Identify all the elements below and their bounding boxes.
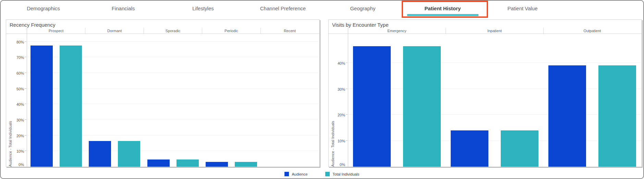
chart-panel-recency-frequency: Recency Frequency Audience - Total Indiv… (6, 20, 320, 167)
tab-label: Channel Preference (260, 5, 306, 11)
legend-swatch-total-individuals (325, 172, 330, 176)
app-window: DemographicsFinancialsLifestylesChannel … (0, 0, 644, 179)
bar-total-individuals-outpatient[interactable] (598, 65, 636, 167)
tab-label: Lifestyles (192, 5, 214, 11)
category-header-recent: Recent (260, 28, 319, 34)
y-axis-label: Audience - Total Individuals (8, 34, 12, 167)
category-header-inpatient: Inpatient (446, 28, 543, 34)
bar-audience-outpatient[interactable] (548, 65, 586, 167)
bar-columns (27, 34, 319, 167)
legend-label: Audience (292, 172, 307, 176)
y-tick-mark (25, 104, 26, 104)
tab-financials[interactable]: Financials (83, 1, 163, 18)
y-tick-mark (25, 73, 26, 73)
bar-audience-emergency[interactable] (353, 46, 391, 167)
y-tick-label: 10% (338, 139, 345, 143)
y-tick-label: 10% (16, 149, 24, 153)
bar-audience-prospect[interactable] (31, 46, 53, 167)
y-tick-label: 50% (16, 87, 24, 91)
bar-total-individuals-inpatient[interactable] (501, 130, 538, 167)
y-tick-label: 40% (16, 102, 24, 106)
tab-patient-history[interactable]: Patient History (403, 1, 483, 18)
bar-audience-inpatient[interactable] (451, 130, 488, 167)
y-tick-label: 70% (16, 55, 24, 60)
bar-total-individuals-sporadic[interactable] (177, 159, 199, 167)
y-tick-label: 0% (340, 163, 345, 167)
tab-bar: DemographicsFinancialsLifestylesChannel … (3, 1, 562, 18)
recency-frequency-chart: Audience - Total IndividualsProspectDorm… (6, 20, 319, 167)
bar-group-emergency (348, 34, 446, 167)
tab-geography[interactable]: Geography (323, 1, 403, 18)
chart-panel-visits-by-encounter-type: Visits by Encounter Type Audience - Tota… (328, 20, 642, 167)
tab-label: Patient Value (507, 5, 537, 11)
bar-group-prospect (27, 34, 85, 167)
y-tick-label: 30% (16, 118, 24, 122)
y-tick-mark (25, 41, 26, 42)
tab-channel-preference[interactable]: Channel Preference (243, 1, 323, 18)
category-header-dormant: Dormant (85, 28, 143, 34)
category-header-row: EmergencyInpatientOutpatient (348, 28, 641, 34)
bar-group-outpatient (543, 34, 641, 167)
bar-total-individuals-emergency[interactable] (403, 46, 441, 167)
category-header-prospect: Prospect (27, 28, 85, 34)
category-header-periodic: Periodic (202, 28, 260, 34)
y-tick-mark (25, 151, 26, 151)
y-tick-label: 30% (338, 87, 345, 91)
y-tick-mark (346, 63, 348, 63)
y-tick-mark (25, 135, 26, 136)
y-tick-mark (25, 57, 26, 57)
legend-label: Total Individuals (332, 172, 359, 176)
y-tick-mark (346, 114, 348, 115)
category-header-row: ProspectDormantSporadicPeriodicRecent (27, 28, 319, 34)
category-header-emergency: Emergency (348, 28, 446, 34)
y-tick-label: 20% (16, 134, 24, 138)
y-tick-mark (25, 88, 26, 89)
y-tick-label: 0% (19, 163, 24, 167)
y-tick-label: 40% (338, 61, 345, 65)
bar-audience-periodic[interactable] (206, 162, 228, 167)
tab-demographics[interactable]: Demographics (3, 1, 83, 18)
legend-item-total-individuals[interactable]: Total Individuals (325, 172, 359, 176)
y-tick-mark (346, 140, 348, 141)
bar-group-dormant (85, 34, 144, 167)
y-tick-label: 20% (338, 113, 345, 117)
tab-patient-value[interactable]: Patient Value (483, 1, 562, 18)
plot-area (27, 34, 319, 167)
bar-audience-sporadic[interactable] (147, 159, 170, 167)
tab-label: Demographics (27, 5, 60, 11)
bar-group-inpatient (446, 34, 544, 167)
legend-item-audience[interactable]: Audience (284, 172, 307, 176)
tab-label: Geography (350, 5, 375, 11)
bar-total-individuals-periodic[interactable] (235, 162, 257, 167)
y-axis-label: Audience - Total Individuals (331, 34, 335, 167)
chart-legend: AudienceTotal Individuals (1, 172, 643, 176)
legend-swatch-audience (284, 172, 289, 176)
tab-label: Financials (112, 5, 135, 11)
y-tick-label: 60% (16, 71, 24, 75)
bar-total-individuals-dormant[interactable] (118, 141, 140, 167)
visits-by-encounter-type-chart: Audience - Total IndividualsEmergencyInp… (329, 20, 642, 167)
active-tab-underline (407, 14, 478, 16)
tab-lifestyles[interactable]: Lifestyles (163, 1, 243, 18)
y-tick-label: 80% (16, 40, 24, 44)
y-tick-mark (346, 89, 348, 89)
bar-group-sporadic (144, 34, 202, 167)
bar-audience-dormant[interactable] (89, 141, 111, 167)
category-header-outpatient: Outpatient (543, 28, 641, 34)
plot-area (348, 34, 641, 167)
bar-columns (348, 34, 641, 167)
bar-group-recent (260, 34, 319, 167)
tab-label: Patient History (425, 5, 461, 11)
bar-group-periodic (202, 34, 260, 167)
category-header-sporadic: Sporadic (144, 28, 202, 34)
bar-total-individuals-prospect[interactable] (60, 46, 82, 167)
y-tick-mark (25, 119, 26, 120)
